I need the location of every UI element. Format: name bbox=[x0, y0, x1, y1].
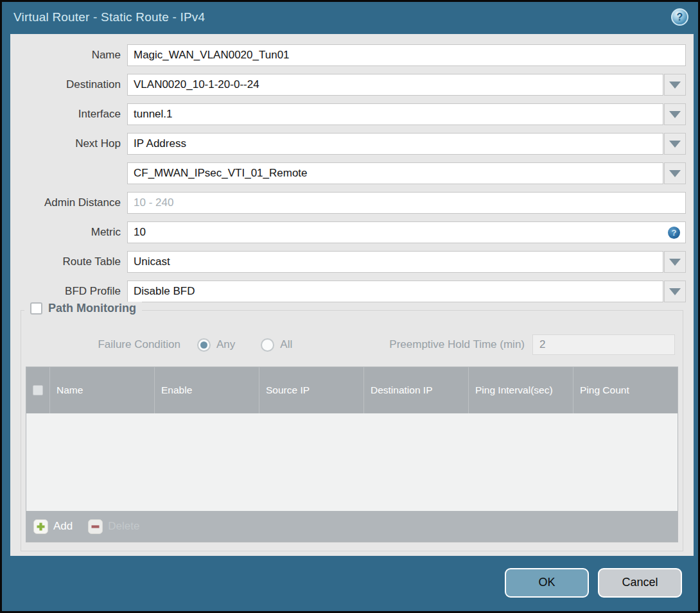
destination-label: Destination bbox=[10, 78, 127, 91]
chevron-down-icon bbox=[669, 259, 681, 266]
path-monitoring-table: Name Enable Source IP Destination IP Pin… bbox=[26, 367, 678, 542]
column-header-ping-count[interactable]: Ping Count bbox=[573, 367, 678, 413]
next-hop-address-row bbox=[10, 162, 686, 184]
metric-label: Metric bbox=[10, 226, 127, 239]
admin-distance-row: Admin Distance bbox=[10, 192, 686, 214]
next-hop-address-input[interactable] bbox=[127, 162, 663, 184]
column-header-enable[interactable]: Enable bbox=[154, 367, 259, 413]
column-header-name[interactable]: Name bbox=[49, 367, 154, 413]
failure-condition-row: Failure Condition Any All Preemptive Hol… bbox=[21, 334, 675, 356]
add-button[interactable]: Add bbox=[33, 519, 73, 534]
column-header-source-ip[interactable]: Source IP bbox=[259, 367, 363, 413]
help-icon[interactable]: ? bbox=[671, 8, 688, 26]
name-input[interactable] bbox=[127, 44, 686, 66]
failure-condition-any-radio[interactable] bbox=[197, 338, 211, 352]
path-monitoring-checkbox[interactable] bbox=[30, 302, 42, 315]
bfd-profile-input[interactable] bbox=[127, 281, 663, 302]
route-table-label: Route Table bbox=[10, 255, 127, 268]
destination-row: Destination bbox=[10, 74, 686, 96]
cancel-button[interactable]: Cancel bbox=[598, 568, 682, 598]
table-header-select bbox=[26, 367, 49, 413]
table-header-row: Name Enable Source IP Destination IP Pin… bbox=[26, 367, 678, 413]
dialog-footer: OK Cancel bbox=[2, 554, 698, 611]
preemptive-hold-time-input[interactable] bbox=[532, 334, 675, 355]
preemptive-hold-time-label: Preemptive Hold Time (min) bbox=[389, 338, 532, 351]
admin-distance-label: Admin Distance bbox=[10, 196, 127, 209]
path-monitoring-legend: Path Monitoring bbox=[24, 302, 142, 315]
dialog-content: Name Destination Interface bbox=[10, 34, 694, 556]
next-hop-dropdown-button[interactable] bbox=[664, 133, 686, 155]
metric-row: Metric ? bbox=[10, 221, 686, 243]
info-icon[interactable]: ? bbox=[668, 227, 680, 239]
ok-button[interactable]: OK bbox=[505, 568, 589, 598]
chevron-down-icon bbox=[669, 82, 681, 89]
minus-icon bbox=[88, 519, 103, 534]
failure-condition-label: Failure Condition bbox=[21, 338, 188, 351]
chevron-down-icon bbox=[669, 111, 681, 118]
chevron-down-icon bbox=[669, 288, 681, 295]
route-table-row: Route Table bbox=[10, 251, 686, 273]
destination-input[interactable] bbox=[127, 74, 663, 96]
admin-distance-input[interactable] bbox=[127, 192, 686, 214]
next-hop-label: Next Hop bbox=[10, 137, 127, 150]
interface-row: Interface bbox=[10, 103, 686, 125]
metric-input[interactable] bbox=[127, 221, 686, 243]
failure-condition-all-label: All bbox=[280, 338, 292, 351]
next-hop-type-input[interactable] bbox=[127, 133, 663, 155]
destination-dropdown-button[interactable] bbox=[664, 74, 686, 96]
path-monitoring-title: Path Monitoring bbox=[48, 302, 136, 315]
route-table-dropdown-button[interactable] bbox=[664, 251, 686, 273]
next-hop-row: Next Hop bbox=[10, 133, 686, 155]
static-route-dialog: Virtual Router - Static Route - IPv4 ? N… bbox=[0, 0, 700, 613]
failure-condition-any-label: Any bbox=[216, 338, 235, 351]
failure-condition-all-radio[interactable] bbox=[261, 338, 274, 352]
chevron-down-icon bbox=[669, 141, 681, 148]
select-all-checkbox[interactable] bbox=[33, 385, 43, 395]
plus-icon bbox=[33, 519, 48, 534]
next-hop-address-dropdown-button[interactable] bbox=[664, 162, 686, 184]
interface-label: Interface bbox=[10, 108, 127, 121]
table-body-empty bbox=[26, 413, 678, 511]
route-table-input[interactable] bbox=[127, 251, 663, 273]
column-header-destination-ip[interactable]: Destination IP bbox=[363, 367, 468, 413]
name-label: Name bbox=[10, 49, 127, 62]
column-header-ping-interval[interactable]: Ping Interval(sec) bbox=[468, 367, 573, 413]
bfd-profile-dropdown-button[interactable] bbox=[664, 281, 686, 302]
path-monitoring-section: Path Monitoring Failure Condition Any Al… bbox=[21, 310, 683, 551]
title-bar: Virtual Router - Static Route - IPv4 ? bbox=[2, 2, 698, 32]
delete-button[interactable]: Delete bbox=[88, 519, 139, 534]
name-row: Name bbox=[10, 44, 686, 66]
dialog-title: Virtual Router - Static Route - IPv4 bbox=[13, 10, 205, 24]
interface-dropdown-button[interactable] bbox=[664, 103, 686, 125]
bfd-profile-row: BFD Profile bbox=[10, 281, 686, 302]
bfd-profile-label: BFD Profile bbox=[10, 285, 127, 298]
interface-input[interactable] bbox=[127, 103, 663, 125]
radio-selected-dot bbox=[200, 341, 207, 349]
chevron-down-icon bbox=[669, 170, 681, 177]
table-footer: Add Delete bbox=[26, 511, 678, 542]
